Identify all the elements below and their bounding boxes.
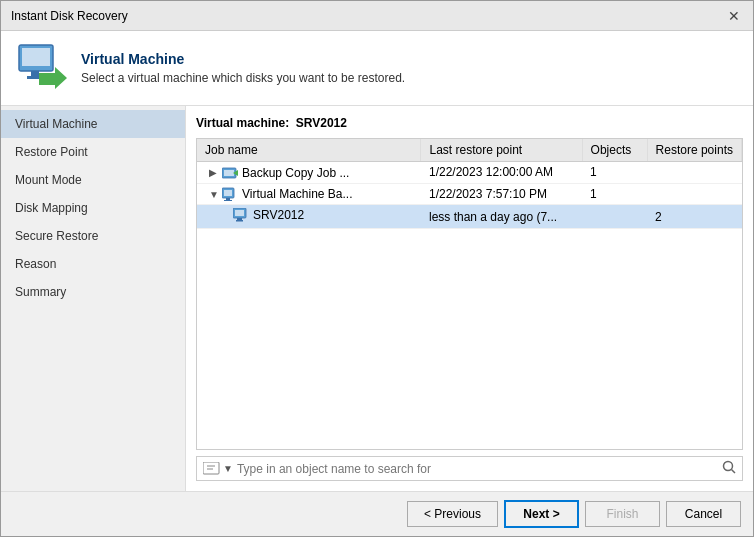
svg-rect-1 [22,48,50,66]
magnifier-icon [722,460,736,474]
sidebar-item-mount-mode[interactable]: Mount Mode [1,166,185,194]
sidebar-item-summary[interactable]: Summary [1,278,185,306]
table-row[interactable]: SRV2012 less than a day ago (7... 2 [197,205,742,229]
vm-label: Virtual machine: SRV2012 [196,116,743,130]
table-row[interactable]: ▶ Backup Cop [197,162,742,184]
table-header: Job name Last restore point Objects Rest… [197,139,742,162]
search-input[interactable] [237,462,722,476]
header-title: Virtual Machine [81,51,405,67]
row2-job-name: Virtual Machine Ba... [242,187,353,201]
col-job-name: Job name [197,139,421,162]
backup-copy-job-icon [222,166,238,180]
title-bar: Instant Disk Recovery ✕ [1,1,753,31]
sidebar-item-reason[interactable]: Reason [1,250,185,278]
row3-last-restore: less than a day ago (7... [421,205,582,229]
sidebar-item-restore-point[interactable]: Restore Point [1,138,185,166]
svg-point-19 [724,462,733,471]
svg-rect-11 [224,200,232,201]
svg-rect-13 [235,210,244,216]
vm-name: SRV2012 [296,116,347,130]
expand-arrow-icon[interactable]: ▶ [209,167,219,178]
search-bar: ▼ [196,456,743,481]
row2-objects: 1 [582,183,647,205]
sidebar-item-disk-mapping[interactable]: Disk Mapping [1,194,185,222]
cancel-button[interactable]: Cancel [666,501,741,527]
footer: < Previous Next > Finish Cancel [1,491,753,536]
svg-rect-2 [31,71,39,76]
svg-rect-14 [237,218,242,220]
row1-job-name: Backup Copy Job ... [242,166,349,180]
row3-objects [582,205,647,229]
col-objects: Objects [582,139,647,162]
dialog-title: Instant Disk Recovery [11,9,128,23]
previous-button[interactable]: < Previous [407,501,498,527]
close-button[interactable]: ✕ [725,7,743,25]
sidebar-item-secure-restore[interactable]: Secure Restore [1,222,185,250]
table-row[interactable]: ▼ [197,183,742,205]
vm-backup-job-icon [222,187,238,201]
row2-last-restore: 1/22/2023 7:57:10 PM [421,183,582,205]
instant-disk-recovery-dialog: Instant Disk Recovery ✕ Virtual Machine … [0,0,754,537]
header-icon [17,43,67,93]
col-restore-points: Restore points [647,139,741,162]
vm-table-container: Job name Last restore point Objects Rest… [196,138,743,450]
vm-name-cell: SRV2012 [197,205,421,229]
next-button[interactable]: Next > [504,500,579,528]
header-text: Virtual Machine Select a virtual machine… [81,51,405,85]
svg-rect-10 [226,198,230,200]
finish-button[interactable]: Finish [585,501,660,527]
expand-arrow-icon[interactable]: ▼ [209,189,219,200]
row1-objects: 1 [582,162,647,184]
sidebar-item-virtual-machine[interactable]: Virtual Machine [1,110,185,138]
row3-vm-name: SRV2012 [253,208,304,222]
table-body: ▶ Backup Cop [197,162,742,229]
search-box-icon [203,462,221,476]
svg-rect-6 [224,170,234,176]
job-name-cell: ▼ [197,183,421,205]
col-last-restore-point: Last restore point [421,139,582,162]
row1-restore-points [647,162,741,184]
svg-line-20 [732,470,736,474]
main-panel: Virtual machine: SRV2012 Job name Last r… [186,106,753,491]
job-name-cell: ▶ Backup Cop [197,162,421,184]
vm-table: Job name Last restore point Objects Rest… [197,139,742,229]
dropdown-arrow-icon[interactable]: ▼ [223,463,233,474]
row2-restore-points [647,183,741,205]
svg-rect-9 [224,190,232,196]
vm-icon [233,208,249,222]
row1-last-restore: 1/22/2023 12:00:00 AM [421,162,582,184]
search-button[interactable] [722,460,736,477]
row3-restore-points: 2 [647,205,741,229]
content-area: Virtual Machine Restore Point Mount Mode… [1,106,753,491]
svg-rect-16 [203,462,219,474]
sidebar: Virtual Machine Restore Point Mount Mode… [1,106,186,491]
vm-icon-svg [17,43,67,93]
svg-rect-15 [236,220,243,222]
header-subtitle: Select a virtual machine which disks you… [81,71,405,85]
search-icon-box: ▼ [203,462,233,476]
header: Virtual Machine Select a virtual machine… [1,31,753,106]
